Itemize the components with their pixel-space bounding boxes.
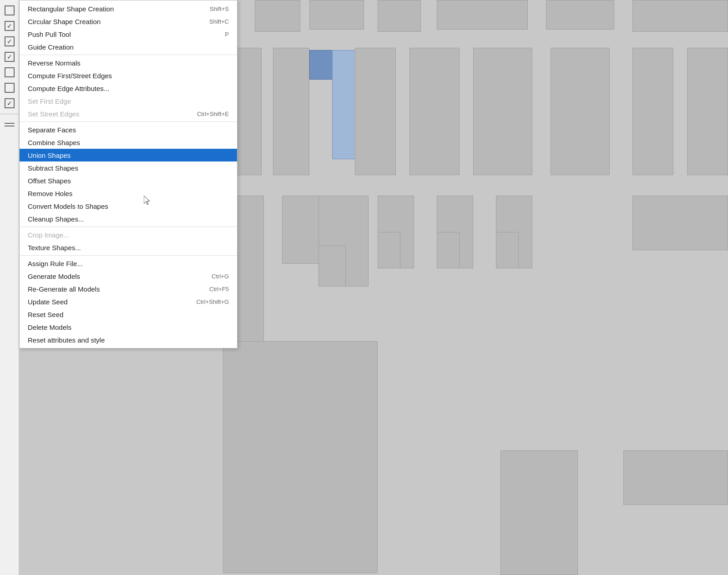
menu-item-shortcut-0: Shift+S [210,5,229,12]
menu-item-8: Set Street EdgesCtrl+Shift+E [20,107,237,120]
building-b12[interactable] [410,48,460,175]
toolbar-item-4[interactable] [3,50,16,64]
checkbox-2[interactable] [5,21,15,31]
menu-item-2[interactable]: Push Pull ToolP [20,28,237,40]
building-b13[interactable] [473,48,532,175]
menu-item-label-25: Reset attributes and style [28,336,229,344]
checkbox-1[interactable] [5,5,15,15]
building-b15[interactable] [632,48,673,175]
menu-item-label-5: Compute First/Street Edges [28,72,229,80]
menu-item-13[interactable]: Offset Shapes [20,174,237,187]
menu-item-label-21: Re-Generate all Models [28,285,191,293]
menu-item-shortcut-21: Ctrl+F5 [209,286,229,293]
building-b21b[interactable] [437,232,460,268]
menu-item-label-18: Texture Shapes... [28,244,229,252]
menu-item-label-8: Set Street Edges [28,110,179,118]
menu-item-label-1: Circular Shape Creation [28,18,191,25]
checkbox-5[interactable] [5,67,15,77]
toolbar-item-6[interactable] [3,81,16,95]
toolbar-item-3[interactable] [3,35,16,48]
building-b20b[interactable] [378,232,400,268]
building-b10[interactable] [332,50,357,159]
menu-item-label-22: Update Seed [28,298,178,306]
menu-item-14[interactable]: Remove Holes [20,187,237,200]
menu-item-24[interactable]: Delete Models [20,321,237,333]
menu-separator-18 [20,255,237,256]
building-b26[interactable] [623,450,728,505]
menu-separator-16 [20,227,237,227]
menu-item-19[interactable]: Assign Rule File... [20,257,237,270]
menu-item-10[interactable]: Combine Shapes [20,136,237,149]
menu-item-label-3: Guide Creation [28,43,229,51]
menu-item-label-14: Remove Holes [28,190,229,197]
context-menu: Rectangular Shape CreationShift+SCircula… [19,0,238,348]
menu-item-23[interactable]: Reset Seed [20,308,237,321]
menu-item-5[interactable]: Compute First/Street Edges [20,69,237,82]
menu-item-label-16: Cleanup Shapes... [28,215,229,223]
toolbar-item-7[interactable] [3,96,16,110]
checkbox-6[interactable] [5,83,15,93]
menu-item-shortcut-8: Ctrl+Shift+E [197,111,229,117]
menu-item-1[interactable]: Circular Shape CreationShift+C [20,15,237,28]
menu-item-label-19: Assign Rule File... [28,260,229,267]
toolbar-item-5[interactable] [3,66,16,79]
toolbar-item-8[interactable] [3,118,16,131]
menu-item-label-10: Combine Shapes [28,139,229,146]
menu-separator-8 [20,121,237,122]
menu-item-shortcut-22: Ctrl+Shift+G [196,298,229,305]
menu-item-20[interactable]: Generate ModelsCtrl+G [20,270,237,282]
building-b22b[interactable] [496,232,519,268]
menu-separator-3 [20,55,237,55]
toolbar-item-2[interactable] [3,19,16,33]
menu-item-18[interactable]: Texture Shapes... [20,241,237,254]
menu-item-21[interactable]: Re-Generate all ModelsCtrl+F5 [20,282,237,295]
menu-item-4[interactable]: Reverse Normals [20,56,237,69]
building-b5[interactable] [546,0,614,30]
menu-item-label-12: Subtract Shapes [28,164,229,172]
menu-item-label-20: Generate Models [28,272,193,280]
menu-item-label-6: Compute Edge Attributes... [28,85,229,92]
building-b25[interactable] [500,450,578,575]
menu-item-shortcut-1: Shift+C [209,18,229,25]
menu-item-7: Set First Edge [20,95,237,107]
building-b3[interactable] [378,0,421,32]
building-b23[interactable] [632,196,728,250]
building-b1[interactable] [255,0,300,32]
menu-item-label-13: Offset Shapes [28,177,229,185]
menu-item-label-0: Rectangular Shape Creation [28,5,192,13]
menu-item-0[interactable]: Rectangular Shape CreationShift+S [20,2,237,15]
checkbox-3[interactable] [5,36,15,46]
menu-item-3[interactable]: Guide Creation [20,40,237,53]
building-b16[interactable] [687,48,728,175]
building-b18[interactable] [282,196,323,264]
menu-item-shortcut-2: P [225,31,229,38]
menu-item-16[interactable]: Cleanup Shapes... [20,212,237,225]
menu-item-17: Crop Image... [20,228,237,241]
checkbox-7[interactable] [5,98,15,108]
menu-item-label-24: Delete Models [28,323,229,331]
menu-item-6[interactable]: Compute Edge Attributes... [20,82,237,95]
building-b2[interactable] [309,0,364,30]
building-b11[interactable] [355,48,396,175]
menu-item-label-17: Crop Image... [28,231,229,239]
menu-item-22[interactable]: Update SeedCtrl+Shift+G [20,295,237,308]
menu-item-label-4: Reverse Normals [28,59,229,67]
menu-item-label-9: Separate Faces [28,126,229,134]
building-b9[interactable] [309,50,334,80]
menu-item-25[interactable]: Reset attributes and style [20,333,237,346]
menu-item-9[interactable]: Separate Faces [20,123,237,136]
building-b4[interactable] [437,0,528,30]
building-b24[interactable] [223,341,378,573]
menu-item-12[interactable]: Subtract Shapes [20,161,237,174]
building-b19b[interactable] [318,246,346,287]
building-b6[interactable] [632,0,728,32]
menu-item-15[interactable]: Convert Models to Shapes [20,200,237,212]
menu-item-11[interactable]: Union Shapes [20,149,237,161]
building-b8[interactable] [273,48,309,175]
menu-item-shortcut-20: Ctrl+G [212,273,229,280]
building-b14[interactable] [551,48,610,175]
left-toolbar [0,0,19,575]
menu-item-label-2: Push Pull Tool [28,30,207,38]
checkbox-4[interactable] [5,52,15,62]
toolbar-item-1[interactable] [3,4,16,17]
